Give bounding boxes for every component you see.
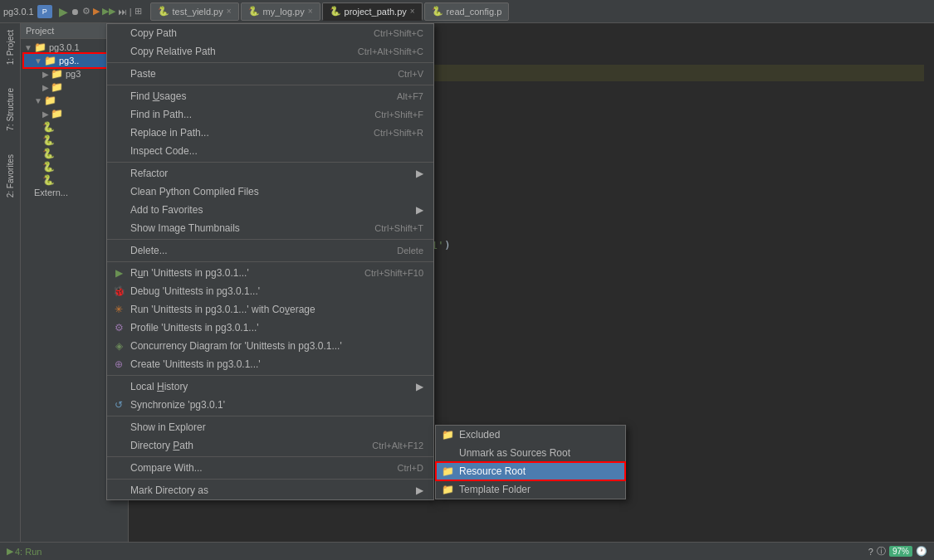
menu-item-profile[interactable]: ⚙ Profile 'Unittests in pg3.0.1...' xyxy=(107,319,433,337)
menu-label-copy-path: Copy Path xyxy=(130,27,177,39)
sep-4 xyxy=(107,239,433,240)
menu-item-show-explorer[interactable]: Show in Explorer xyxy=(107,418,433,436)
shortcut-compare: Ctrl+D xyxy=(381,463,423,473)
status-percent: 97% xyxy=(889,546,912,557)
menu-item-run[interactable]: ▶ Run 'Unittests in pg3.0.1...' Ctrl+Shi… xyxy=(107,264,433,282)
menu-item-favorites[interactable]: Add to Favorites ▶ xyxy=(107,201,433,219)
menu-label-paste: Paste xyxy=(130,68,156,80)
file-tab-test-yield[interactable]: 🐍 test_yield.py × xyxy=(150,2,239,21)
submenu-item-resource-root[interactable]: 📁 Resource Root xyxy=(436,462,625,480)
menu-item-find-path[interactable]: Find in Path... Ctrl+Shift+F xyxy=(107,105,433,124)
menu-label-inspect: Inspect Code... xyxy=(130,145,198,157)
menu-label-delete: Delete... xyxy=(130,245,168,256)
menu-item-inspect[interactable]: Inspect Code... xyxy=(107,142,433,160)
tree-external-label: Extern... xyxy=(34,187,68,197)
menu-item-paste[interactable]: Paste Ctrl+V xyxy=(107,65,433,83)
concurrency-icon: ◈ xyxy=(112,339,125,353)
status-info: ⓘ xyxy=(877,545,886,558)
menu-label-run: Run 'Unittests in pg3.0.1...' xyxy=(130,267,249,279)
submenu-label-resource-root: Resource Root xyxy=(459,465,526,477)
menu-label-concurrency: Concurrency Diagram for 'Unittests in pg… xyxy=(130,340,342,352)
menu-item-local-history[interactable]: Local History ▶ xyxy=(107,377,433,396)
toolbar-icon-6[interactable]: | xyxy=(130,7,132,17)
py-icon-3: 🐍 xyxy=(330,6,341,17)
menu-label-favorites: Add to Favorites xyxy=(130,204,203,216)
shortcut-copy-relative: Ctrl+Alt+Shift+C xyxy=(341,46,423,56)
submenu-item-excluded[interactable]: 📁 Excluded xyxy=(436,426,625,444)
file-tab-read-config[interactable]: 🐍 read_config.p xyxy=(424,2,510,21)
sep-1 xyxy=(107,62,433,63)
tree-sub1-label: pg3 xyxy=(66,69,81,79)
menu-item-thumbnails[interactable]: Show Image Thumbnails Ctrl+Shift+T xyxy=(107,219,433,237)
menu-label-mark-directory: Mark Directory as xyxy=(130,485,208,496)
py-file-icon-5: 🐍 xyxy=(42,174,55,186)
folder-icon-sub4: 📁 xyxy=(51,108,63,119)
toolbar-icon-1[interactable]: ⏺ xyxy=(71,7,80,17)
toolbar-icon-3[interactable]: ▶ xyxy=(93,6,100,17)
submenu-mark-directory: 📁 Excluded Unmark as Sources Root 📁 Reso… xyxy=(435,425,626,499)
file-tab-my-log[interactable]: 🐍 my_log.py × xyxy=(241,2,320,21)
menu-item-delete[interactable]: Delete... Delete xyxy=(107,241,433,260)
create-icon: ⊕ xyxy=(112,358,125,371)
left-sidebar: 1: Project 7: Structure 2: Favorites xyxy=(0,23,21,542)
toolbar-icon-5[interactable]: ⏭ xyxy=(118,7,127,17)
menu-item-dir-path[interactable]: Directory Path Ctrl+Alt+F12 xyxy=(107,436,433,455)
py-file-icon-1: 🐍 xyxy=(42,121,55,133)
py-icon-1: 🐍 xyxy=(158,6,169,17)
tab-label-2: my_log.py xyxy=(263,7,305,17)
sidebar-project-label[interactable]: 1: Project xyxy=(6,30,15,65)
menu-label-local-history: Local History xyxy=(130,381,188,392)
sep-7 xyxy=(107,416,433,416)
menu-item-copy-relative[interactable]: Copy Relative Path Ctrl+Alt+Shift+C xyxy=(107,42,433,61)
menu-item-debug[interactable]: 🐞 Debug 'Unittests in pg3.0.1...' xyxy=(107,282,433,300)
run-icon: ▶ xyxy=(112,266,125,280)
menu-item-create[interactable]: ⊕ Create 'Unittests in pg3.0.1...' xyxy=(107,355,433,373)
close-tab-3[interactable]: × xyxy=(410,7,415,16)
status-right: ? ⓘ 97% 🕐 xyxy=(868,545,927,558)
sidebar-favorites-label[interactable]: 2: Favorites xyxy=(6,154,15,197)
submenu-label-template: Template Folder xyxy=(459,484,531,495)
sidebar-structure-label[interactable]: 7: Structure xyxy=(6,88,15,131)
shortcut-dir-path: Ctrl+Alt+F12 xyxy=(355,441,423,450)
submenu-item-template[interactable]: 📁 Template Folder xyxy=(436,480,625,499)
shortcut-copy-path: Ctrl+Shift+C xyxy=(357,28,423,38)
status-clock: 🕐 xyxy=(916,546,927,557)
menu-label-find-usages: Find Usages xyxy=(130,90,186,102)
toolbar-icon-7[interactable]: ⊞ xyxy=(134,6,142,17)
folder-icon-pg3: 📁 xyxy=(44,55,56,66)
project-icon[interactable]: P xyxy=(37,5,52,18)
folder-icon-sub2: 📁 xyxy=(51,81,63,93)
folder-icon-sub3: 📁 xyxy=(44,95,56,106)
submenu-item-unmark[interactable]: Unmark as Sources Root xyxy=(436,444,625,462)
submenu-label-unmark: Unmark as Sources Root xyxy=(459,447,570,459)
menu-item-coverage[interactable]: ✳ Run 'Unittests in pg3.0.1...' with Cov… xyxy=(107,300,433,319)
menu-item-replace-path[interactable]: Replace in Path... Ctrl+Shift+R xyxy=(107,124,433,142)
file-tab-project-path[interactable]: 🐍 project_path.py × xyxy=(322,2,423,21)
menu-item-find-usages[interactable]: Find Usages Alt+F7 xyxy=(107,87,433,105)
menu-label-debug: Debug 'Unittests in pg3.0.1...' xyxy=(130,285,260,297)
menu-label-refactor: Refactor xyxy=(130,168,168,179)
py-file-icon-4: 🐍 xyxy=(42,161,55,173)
close-tab-2[interactable]: × xyxy=(308,7,313,16)
toolbar-icon-4[interactable]: ▶▶ xyxy=(102,6,115,17)
tree-arrow-root: ▼ xyxy=(24,43,32,52)
menu-label-profile: Profile 'Unittests in pg3.0.1...' xyxy=(130,322,259,334)
shortcut-paste: Ctrl+V xyxy=(381,69,423,79)
menu-item-compare[interactable]: Compare With... Ctrl+D xyxy=(107,459,433,477)
close-tab-1[interactable]: × xyxy=(227,7,232,16)
menu-item-clean[interactable]: Clean Python Compiled Files xyxy=(107,183,433,201)
menu-item-synchronize[interactable]: ↺ Synchronize 'pg3.0.1' xyxy=(107,396,433,414)
menu-item-concurrency[interactable]: ◈ Concurrency Diagram for 'Unittests in … xyxy=(107,337,433,355)
menu-item-mark-directory[interactable]: Mark Directory as ▶ 📁 Excluded Unmark as… xyxy=(107,481,433,499)
context-menu: Copy Path Ctrl+Shift+C Copy Relative Pat… xyxy=(106,23,434,500)
sep-2 xyxy=(107,85,433,85)
toolbar-icon-2[interactable]: ⚙ xyxy=(82,6,90,17)
run-toolbar-icon[interactable]: ▶ xyxy=(59,5,68,18)
coverage-icon: ✳ xyxy=(112,303,125,316)
debug-icon: 🐞 xyxy=(112,285,125,298)
run-indicator[interactable]: ▶ 4: Run xyxy=(7,546,42,557)
tree-arrow-sub2: ▶ xyxy=(42,83,49,92)
menu-item-refactor[interactable]: Refactor ▶ xyxy=(107,164,433,183)
menu-item-copy-path[interactable]: Copy Path Ctrl+Shift+C xyxy=(107,24,433,42)
tree-arrow-pg3: ▼ xyxy=(34,56,42,66)
